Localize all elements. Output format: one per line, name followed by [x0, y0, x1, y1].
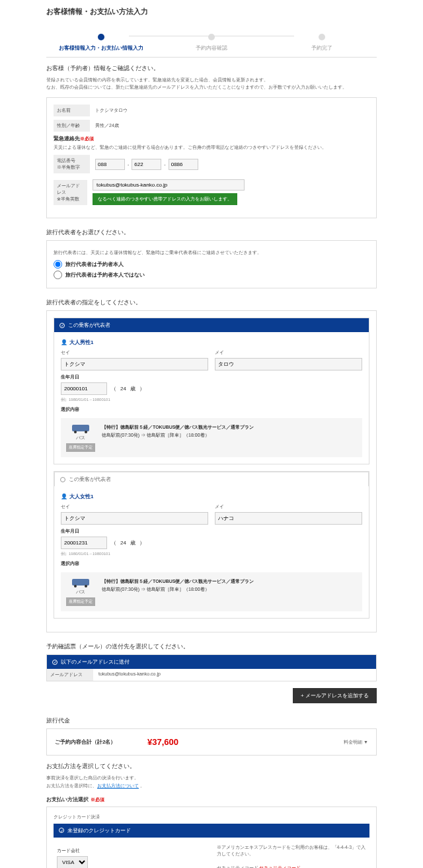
- tel-input-1[interactable]: [95, 159, 125, 170]
- assign-panel: ✓この乗客が代表者 👤大人男性1 セイ メイ 生年月日 （ 24 歳） 例）19…: [46, 310, 377, 632]
- tel-label: 電話番号 ※半角数字: [54, 155, 90, 173]
- svg-rect-0: [72, 425, 89, 431]
- p2-sei-input[interactable]: [61, 512, 208, 525]
- customer-heading: お客様（予約者）情報をご確認ください。: [46, 64, 377, 73]
- confirm-email-value: tokubus@tokubus-kanko.co.jp: [93, 669, 166, 681]
- rep-radio-self[interactable]: [54, 260, 62, 269]
- passenger-1-header[interactable]: ✓この乗客が代表者: [54, 318, 369, 332]
- svg-point-1: [74, 431, 77, 433]
- price-label: ご予約内容合計（計2名）: [55, 738, 147, 746]
- check-icon: ✓: [52, 660, 58, 665]
- price-detail-toggle[interactable]: 料金明細 ▼: [344, 739, 368, 746]
- seat-assign-button[interactable]: 座席指定予定: [66, 443, 95, 452]
- passenger-1-title: 👤大人男性1: [61, 339, 362, 346]
- svg-point-2: [85, 431, 87, 433]
- name-label: お名前: [54, 105, 90, 116]
- check-icon: ✓: [59, 323, 65, 328]
- page-title: お客様情報・お支払い方法入力: [46, 7, 377, 17]
- price-panel: ご予約内容合計（計2名） ¥37,600 料金明細 ▼: [46, 728, 377, 756]
- passenger-2: この乗客が代表者 👤大人女性1 セイ メイ 生年月日 （ 24 歳） 例）198…: [54, 471, 369, 619]
- add-email-button[interactable]: メールアドレスを追加する: [293, 688, 377, 703]
- bus-icon: バス 座席指定予定: [66, 423, 95, 452]
- confirm-email-heading: 予約確認票（メール）の送付先を選択してください。: [46, 642, 377, 651]
- progress-steps: お客様情報入力・お支払い情報入力 予約内容確認 予約完了: [46, 26, 377, 58]
- cc-header: ✓未登録のクレジットカード: [54, 824, 369, 838]
- price-heading: 旅行代金: [46, 716, 377, 725]
- rep-heading: 旅行代表者をお選びください。: [46, 228, 377, 237]
- step-3: 予約完了: [266, 30, 377, 52]
- card-company-select[interactable]: VISA: [57, 856, 88, 868]
- amex-note: ※アメリカンエキスプレスカードをご利用のお客様は、「4-4-4-3」で入力してく…: [217, 844, 367, 858]
- customer-panel: お名前 トクシマタロウ 性別／年齢 男性／24歳 緊急連絡先※必須 天災による運…: [46, 97, 377, 218]
- p1-mei-input[interactable]: [215, 358, 362, 370]
- svg-rect-3: [72, 579, 89, 586]
- tel-input-2[interactable]: [132, 159, 161, 170]
- payment-heading: お支払方法を選択してください。: [46, 762, 377, 771]
- emergency-desc: 天災による運休など、緊急のご連絡に使用する場合があります。ご自身の携帯電話など連…: [54, 144, 369, 151]
- svg-point-5: [85, 585, 87, 587]
- confirm-email-header: ✓以下のメールアドレスに送付: [47, 655, 376, 669]
- passenger-2-title: 👤大人女性1: [61, 493, 362, 500]
- person-icon: 👤: [61, 494, 67, 499]
- p1-sei-input[interactable]: [61, 358, 208, 370]
- email-input[interactable]: [93, 179, 245, 191]
- radio-icon: [60, 477, 65, 482]
- rep-panel: 旅行代表者には、天災による運休情報など、緊急時はご乗車代表者様にご連絡させていた…: [46, 240, 377, 288]
- name-value: トクシマタロウ: [90, 105, 133, 116]
- emergency-label: 緊急連絡先: [54, 136, 80, 142]
- gender-label: 性別／年齢: [54, 120, 90, 132]
- seat-assign-button[interactable]: 座席指定予定: [66, 597, 95, 606]
- rep-desc: 旅行代表者には、天災による運休情報など、緊急時はご乗車代表者様にご連絡させていた…: [54, 249, 369, 256]
- person-icon: 👤: [61, 339, 67, 345]
- p2-birth-input[interactable]: [61, 537, 107, 549]
- svg-point-4: [74, 585, 77, 587]
- price-value: ¥37,600: [147, 737, 178, 747]
- customer-desc: 登録されている会員情報の内容を表示しています。緊急連絡先を変更した場合、会員情報…: [46, 76, 377, 91]
- email-label: メールアドレス ※半角英数: [54, 180, 87, 205]
- required-mark: ※必須: [80, 136, 94, 141]
- check-icon: ✓: [59, 828, 64, 833]
- bus-icon: バス 座席指定予定: [66, 578, 95, 606]
- rep-radio-other[interactable]: [54, 271, 62, 279]
- p2-mei-input[interactable]: [215, 512, 362, 525]
- passenger-2-header[interactable]: この乗客が代表者: [54, 472, 369, 486]
- gender-value: 男性／24歳: [90, 120, 124, 132]
- passenger-1: ✓この乗客が代表者 👤大人男性1 セイ メイ 生年月日 （ 24 歳） 例）19…: [54, 318, 369, 464]
- email-hint: なるべく連絡のつきやすい携帯アドレスの入力をお願いします。: [93, 193, 237, 205]
- step-2: 予約内容確認: [157, 30, 267, 52]
- payment-method-link[interactable]: お支払方法について: [97, 783, 139, 788]
- step-1: お客様情報入力・お支払い情報入力: [46, 30, 157, 52]
- tel-input-3[interactable]: [169, 159, 198, 170]
- payment-desc: 事前決済を選択した商品の決済を行います。 お支払方法を選択時に、お支払方法につい…: [46, 774, 377, 789]
- p1-birth-input[interactable]: [61, 382, 107, 395]
- rep-opt1-label: 旅行代表者は予約者本人: [65, 261, 124, 268]
- rep-opt2-label: 旅行代表者は予約者本人ではない: [65, 271, 145, 279]
- confirm-email-panel: ✓以下のメールアドレスに送付 メールアドレス tokubus@tokubus-k…: [46, 654, 377, 681]
- payment-panel: クレジットカード決済 ✓未登録のクレジットカード カード会社 VISA カード番…: [46, 806, 377, 868]
- assign-heading: 旅行代表者の指定をしてください。: [46, 298, 377, 307]
